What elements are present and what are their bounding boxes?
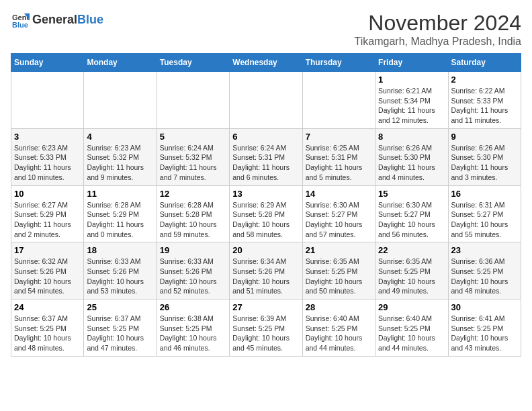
calendar-cell: 9Sunrise: 6:26 AM Sunset: 5:30 PM Daylig…	[448, 128, 521, 185]
day-number: 29	[378, 302, 445, 312]
day-number: 18	[87, 245, 153, 255]
title-area: November 2024 Tikamgarh, Madhya Pradesh,…	[355, 11, 521, 48]
day-number: 23	[451, 245, 518, 255]
day-header-thursday: Thursday	[302, 54, 375, 72]
day-info: Sunrise: 6:40 AM Sunset: 5:25 PM Dayligh…	[378, 314, 445, 353]
calendar-cell: 11Sunrise: 6:28 AM Sunset: 5:29 PM Dayli…	[84, 185, 157, 242]
day-number: 10	[14, 189, 81, 199]
day-number: 9	[451, 132, 518, 142]
day-info: Sunrise: 6:22 AM Sunset: 5:33 PM Dayligh…	[451, 86, 518, 126]
day-info: Sunrise: 6:28 AM Sunset: 5:28 PM Dayligh…	[160, 200, 226, 240]
day-info: Sunrise: 6:30 AM Sunset: 5:27 PM Dayligh…	[378, 200, 445, 240]
calendar-week-3: 10Sunrise: 6:27 AM Sunset: 5:29 PM Dayli…	[11, 185, 521, 242]
day-number: 12	[160, 189, 226, 199]
day-info: Sunrise: 6:36 AM Sunset: 5:25 PM Dayligh…	[451, 257, 518, 296]
calendar-cell: 28Sunrise: 6:40 AM Sunset: 5:25 PM Dayli…	[302, 300, 375, 357]
day-header-tuesday: Tuesday	[157, 54, 229, 72]
day-number: 24	[14, 302, 81, 312]
day-number: 28	[306, 302, 372, 312]
day-info: Sunrise: 6:35 AM Sunset: 5:25 PM Dayligh…	[306, 257, 372, 296]
calendar-cell: 13Sunrise: 6:29 AM Sunset: 5:28 PM Dayli…	[230, 185, 302, 242]
logo-line1: GeneralBlue	[32, 13, 103, 27]
day-number: 7	[306, 132, 372, 142]
calendar-cell: 14Sunrise: 6:30 AM Sunset: 5:27 PM Dayli…	[302, 185, 375, 242]
day-info: Sunrise: 6:28 AM Sunset: 5:29 PM Dayligh…	[87, 200, 153, 240]
day-info: Sunrise: 6:29 AM Sunset: 5:28 PM Dayligh…	[232, 200, 299, 240]
header: General Blue GeneralBlue November 2024 T…	[11, 11, 521, 48]
calendar-cell	[157, 72, 229, 129]
day-number: 21	[306, 245, 372, 255]
day-number: 19	[160, 245, 226, 255]
calendar-cell: 2Sunrise: 6:22 AM Sunset: 5:33 PM Daylig…	[448, 72, 521, 129]
day-info: Sunrise: 6:23 AM Sunset: 5:32 PM Dayligh…	[87, 143, 153, 183]
day-info: Sunrise: 6:21 AM Sunset: 5:34 PM Dayligh…	[378, 86, 445, 126]
day-header-wednesday: Wednesday	[230, 54, 302, 72]
calendar-cell	[11, 72, 84, 129]
calendar-cell	[302, 72, 375, 129]
calendar-table: SundayMondayTuesdayWednesdayThursdayFrid…	[11, 53, 521, 357]
calendar-cell: 1Sunrise: 6:21 AM Sunset: 5:34 PM Daylig…	[375, 72, 448, 129]
calendar-cell: 30Sunrise: 6:41 AM Sunset: 5:25 PM Dayli…	[448, 300, 521, 357]
day-info: Sunrise: 6:32 AM Sunset: 5:26 PM Dayligh…	[14, 257, 81, 296]
day-number: 22	[378, 245, 445, 255]
calendar-cell: 19Sunrise: 6:33 AM Sunset: 5:26 PM Dayli…	[157, 242, 229, 300]
day-info: Sunrise: 6:23 AM Sunset: 5:33 PM Dayligh…	[14, 143, 81, 183]
day-header-saturday: Saturday	[448, 54, 521, 72]
calendar-cell: 10Sunrise: 6:27 AM Sunset: 5:29 PM Dayli…	[11, 185, 84, 242]
day-number: 2	[451, 75, 518, 85]
calendar-cell: 20Sunrise: 6:34 AM Sunset: 5:26 PM Dayli…	[230, 242, 302, 300]
calendar-cell: 5Sunrise: 6:24 AM Sunset: 5:32 PM Daylig…	[157, 128, 229, 185]
calendar-cell: 24Sunrise: 6:37 AM Sunset: 5:25 PM Dayli…	[11, 300, 84, 357]
day-number: 30	[451, 302, 518, 312]
calendar-cell: 15Sunrise: 6:30 AM Sunset: 5:27 PM Dayli…	[375, 185, 448, 242]
logo-icon: General Blue	[11, 11, 30, 30]
day-number: 5	[160, 132, 226, 142]
day-info: Sunrise: 6:37 AM Sunset: 5:25 PM Dayligh…	[87, 314, 153, 353]
day-info: Sunrise: 6:41 AM Sunset: 5:25 PM Dayligh…	[451, 314, 518, 353]
calendar-cell: 8Sunrise: 6:26 AM Sunset: 5:30 PM Daylig…	[375, 128, 448, 185]
calendar-cell: 22Sunrise: 6:35 AM Sunset: 5:25 PM Dayli…	[375, 242, 448, 300]
day-number: 20	[232, 245, 299, 255]
day-info: Sunrise: 6:34 AM Sunset: 5:26 PM Dayligh…	[232, 257, 299, 296]
day-info: Sunrise: 6:33 AM Sunset: 5:26 PM Dayligh…	[87, 257, 153, 296]
calendar-cell: 21Sunrise: 6:35 AM Sunset: 5:25 PM Dayli…	[302, 242, 375, 300]
calendar-cell: 17Sunrise: 6:32 AM Sunset: 5:26 PM Dayli…	[11, 242, 84, 300]
day-number: 4	[87, 132, 153, 142]
calendar-cell: 3Sunrise: 6:23 AM Sunset: 5:33 PM Daylig…	[11, 128, 84, 185]
day-number: 6	[232, 132, 299, 142]
day-info: Sunrise: 6:33 AM Sunset: 5:26 PM Dayligh…	[160, 257, 226, 296]
day-info: Sunrise: 6:25 AM Sunset: 5:31 PM Dayligh…	[306, 143, 372, 183]
month-title: November 2024	[355, 11, 521, 36]
day-number: 3	[14, 132, 81, 142]
day-info: Sunrise: 6:26 AM Sunset: 5:30 PM Dayligh…	[451, 143, 518, 183]
day-info: Sunrise: 6:31 AM Sunset: 5:27 PM Dayligh…	[451, 200, 518, 240]
day-number: 1	[378, 75, 445, 85]
calendar-cell	[84, 72, 157, 129]
day-info: Sunrise: 6:26 AM Sunset: 5:30 PM Dayligh…	[378, 143, 445, 183]
day-info: Sunrise: 6:24 AM Sunset: 5:32 PM Dayligh…	[160, 143, 226, 183]
day-info: Sunrise: 6:40 AM Sunset: 5:25 PM Dayligh…	[306, 314, 372, 353]
calendar-cell: 6Sunrise: 6:24 AM Sunset: 5:31 PM Daylig…	[230, 128, 302, 185]
calendar-cell: 4Sunrise: 6:23 AM Sunset: 5:32 PM Daylig…	[84, 128, 157, 185]
day-number: 8	[378, 132, 445, 142]
day-info: Sunrise: 6:37 AM Sunset: 5:25 PM Dayligh…	[14, 314, 81, 353]
calendar-cell: 18Sunrise: 6:33 AM Sunset: 5:26 PM Dayli…	[84, 242, 157, 300]
calendar-header-row: SundayMondayTuesdayWednesdayThursdayFrid…	[11, 54, 521, 72]
day-info: Sunrise: 6:39 AM Sunset: 5:25 PM Dayligh…	[232, 314, 299, 353]
calendar-week-4: 17Sunrise: 6:32 AM Sunset: 5:26 PM Dayli…	[11, 242, 521, 300]
calendar-week-5: 24Sunrise: 6:37 AM Sunset: 5:25 PM Dayli…	[11, 300, 521, 357]
day-info: Sunrise: 6:30 AM Sunset: 5:27 PM Dayligh…	[306, 200, 372, 240]
calendar-cell: 29Sunrise: 6:40 AM Sunset: 5:25 PM Dayli…	[375, 300, 448, 357]
day-number: 11	[87, 189, 153, 199]
day-number: 15	[378, 189, 445, 199]
day-header-friday: Friday	[375, 54, 448, 72]
day-number: 13	[232, 189, 299, 199]
calendar-cell: 27Sunrise: 6:39 AM Sunset: 5:25 PM Dayli…	[230, 300, 302, 357]
day-header-sunday: Sunday	[11, 54, 84, 72]
calendar-cell: 16Sunrise: 6:31 AM Sunset: 5:27 PM Dayli…	[448, 185, 521, 242]
calendar-cell	[230, 72, 302, 129]
day-number: 14	[306, 189, 372, 199]
day-number: 27	[232, 302, 299, 312]
calendar-cell: 25Sunrise: 6:37 AM Sunset: 5:25 PM Dayli…	[84, 300, 157, 357]
day-header-monday: Monday	[84, 54, 157, 72]
